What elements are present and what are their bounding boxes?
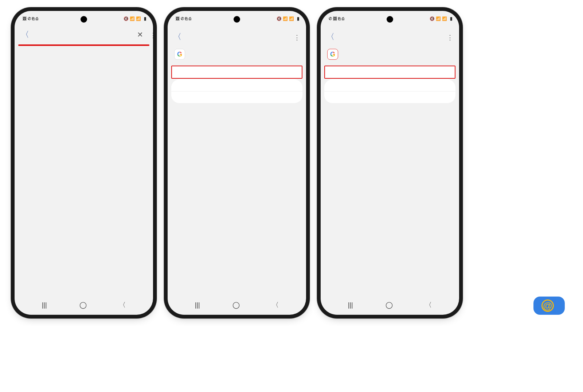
stat-max-data[interactable] [171,91,302,103]
nav-back-icon[interactable]: 〈 [119,301,126,309]
nav-bar: ||| ◯ 〈 [321,298,459,315]
nav-recent-icon[interactable]: ||| [348,301,353,309]
section-label [321,103,459,110]
more-icon[interactable]: ⋮ [293,32,301,42]
more-icon[interactable]: ⋮ [446,32,454,42]
nav-recent-icon[interactable]: ||| [42,301,47,309]
nav-home-icon[interactable]: ◯ [232,301,240,309]
back-icon[interactable]: 〈 [324,30,337,44]
stat-frequency[interactable] [324,79,455,91]
front-camera [387,16,393,23]
front-camera [234,16,240,23]
battery-icon: ▮ [297,16,300,21]
app-header: G [168,46,306,65]
battery-icon: ▮ [144,16,146,21]
nav-home-icon[interactable]: ◯ [386,301,393,309]
status-icons-left: 🖼 ✆ ⎘ ⎙ [23,16,38,21]
back-icon[interactable]: 〈 [19,28,31,42]
watermark-at-icon: @ [541,299,554,312]
phone-screenshot-2: 🖼 ✆ ⎘ ⎙ 🔇 📶 📶 ▮ 〈 ⋮ G [168,11,306,315]
front-camera [81,16,87,23]
google-icon: G [174,49,185,60]
search-input[interactable] [36,30,131,39]
back-icon[interactable]: 〈 [171,30,184,44]
stat-frequency[interactable] [171,79,302,91]
highlight-box [171,66,302,79]
page-header: 〈 ⋮ [168,24,306,46]
status-icons-left: 🖼 ✆ ⎘ ⎙ [176,16,191,21]
stat-card [171,79,302,103]
phone-screenshot-3: ✆ 🖼 ⎘ ⎙ 🔇 📶 📶 ▮ 〈 ⋮ G [321,11,459,315]
battery-icon: ▮ [450,16,453,21]
section-label [168,103,306,110]
stat-max-data[interactable] [324,91,455,103]
status-icons-right: 🔇 📶 📶 [277,16,294,21]
nav-back-icon[interactable]: 〈 [425,301,432,309]
nav-bar: ||| ◯ 〈 [168,298,306,315]
more-icon[interactable]: ⋮ [149,30,153,39]
highlight-box [324,66,455,79]
clear-icon[interactable]: ✕ [136,29,145,40]
stat-card [324,79,455,103]
nav-home-icon[interactable]: ◯ [79,301,87,309]
google-go-icon: G [327,49,338,60]
nav-bar: ||| ◯ 〈 [15,298,153,315]
nav-back-icon[interactable]: 〈 [272,301,279,309]
page-header: 〈 ⋮ [321,24,459,46]
highlight-box [18,44,149,46]
stat-average-memory[interactable] [172,66,302,78]
status-icons-left: ✆ 🖼 ⎘ ⎙ [329,16,344,21]
phone-screenshot-1: 🖼 ✆ ⎘ ⎙ 🔇 📶 📶 ▮ 〈 ✕ ⋮ ||| ◯ 〈 [15,11,153,315]
watermark: @ [533,297,565,315]
nav-recent-icon[interactable]: ||| [195,301,200,309]
stat-average-memory[interactable] [325,66,455,78]
app-header: G [321,46,459,65]
status-icons-right: 🔇 📶 📶 [124,16,141,21]
search-header: 〈 ✕ ⋮ [15,24,153,44]
status-icons-right: 🔇 📶 📶 [430,16,447,21]
